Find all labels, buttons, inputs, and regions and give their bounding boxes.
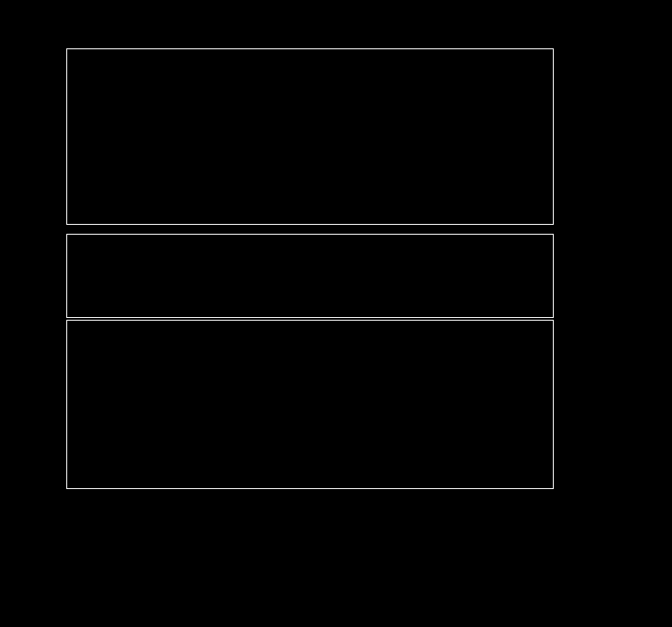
mode-panel xyxy=(66,234,554,318)
attitude-panel xyxy=(66,320,554,489)
plot-canvas xyxy=(0,0,672,627)
counts-panel xyxy=(66,48,554,225)
